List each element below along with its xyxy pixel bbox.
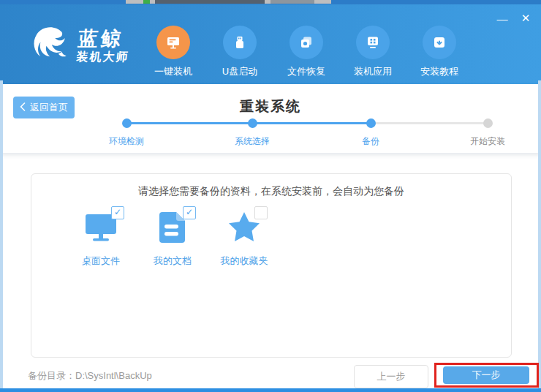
nav-item-usb-boot[interactable]: U盘启动 — [216, 26, 263, 78]
favorites-checkbox[interactable] — [254, 206, 268, 219]
backup-directory: 备份目录：D:\SysIntl\BackUp — [28, 369, 152, 382]
close-button[interactable]: ✕ — [516, 10, 535, 26]
backup-directory-value: D:\SysIntl\BackUp — [75, 370, 152, 381]
usb-icon — [223, 26, 257, 59]
backup-item-label: 我的文档 — [154, 255, 192, 268]
backup-item-favorites[interactable]: 我的收藏夹 — [216, 209, 272, 268]
nav-item-onekey-install[interactable]: 一键装机 — [150, 26, 197, 78]
photos-icon — [290, 26, 323, 59]
background-window-green-fragment — [143, 0, 150, 4]
backup-item-my-documents[interactable]: ✓ 我的文档 — [145, 209, 200, 268]
step-label-env-check: 环境检测 — [109, 135, 144, 148]
brand-subname: 装机大师 — [75, 50, 129, 64]
documents-checkbox[interactable]: ✓ — [183, 206, 196, 219]
main-nav: 一键装机 U盘启动 文件恢复 — [150, 26, 463, 78]
background-window-fragment — [270, 0, 314, 4]
backup-selection-panel: 请选择您需要备份的资料，在系统安装前，会自动为您备份 ✓ 桌面文件 — [31, 173, 512, 358]
background-window-dark-fragment — [155, 0, 265, 4]
window-border-bottom — [0, 388, 541, 392]
backup-item-label: 我的收藏夹 — [221, 255, 268, 268]
backup-instruction-text: 请选择您需要备份的资料，在系统安装前，会自动为您备份 — [31, 185, 511, 198]
window-border-right — [538, 80, 541, 392]
whale-icon — [28, 23, 73, 69]
nav-item-install-apps[interactable]: 装机应用 — [349, 26, 396, 78]
nav-label: 文件恢复 — [287, 65, 325, 78]
nav-label: 一键装机 — [154, 65, 192, 78]
page-subheader: 返回首页 重装系统 环境检测 系统选择 备份 开始安装 — [0, 84, 541, 153]
brand-name: 蓝鲸 — [77, 28, 132, 50]
monitor-icon — [156, 26, 190, 59]
step-dot-system-select — [248, 118, 257, 128]
step-label-backup: 备份 — [362, 135, 379, 148]
nav-item-install-tutorial[interactable]: 安装教程 — [416, 26, 463, 78]
tutorial-icon — [423, 26, 456, 59]
backup-item-desktop-files[interactable]: ✓ 桌面文件 — [73, 209, 129, 268]
backup-directory-label: 备份目录： — [28, 370, 75, 381]
page-title: 重装系统 — [0, 97, 541, 116]
app-logo: 蓝鲸 装机大师 — [28, 23, 130, 69]
annotation-highlight-box: 下一步 — [434, 363, 539, 388]
nav-label: 安装教程 — [420, 65, 458, 78]
brand-text: 蓝鲸 装机大师 — [75, 28, 132, 64]
app-header: 蓝鲸 装机大师 一键装机 — [0, 4, 541, 84]
previous-step-button[interactable]: 上一步 — [354, 365, 428, 388]
step-label-start-install: 开始安装 — [470, 135, 505, 148]
nav-label: U盘启动 — [222, 65, 257, 78]
minimize-button[interactable]: — — [493, 10, 512, 26]
nav-item-file-recovery[interactable]: 文件恢复 — [283, 26, 330, 78]
desktop-checkbox[interactable]: ✓ — [111, 206, 124, 219]
apps-icon — [356, 26, 390, 59]
step-dot-start-install — [483, 118, 493, 128]
window-border-left — [0, 80, 3, 392]
step-label-system-select: 系统选择 — [235, 135, 270, 148]
step-dot-env-check — [122, 118, 132, 128]
backup-items-row: ✓ 桌面文件 ✓ 我的文档 — [73, 209, 272, 268]
nav-label: 装机应用 — [354, 65, 392, 78]
next-step-button[interactable]: 下一步 — [443, 366, 529, 384]
progress-line-remaining — [371, 122, 488, 124]
step-dot-backup — [366, 118, 376, 128]
backup-item-label: 桌面文件 — [82, 255, 120, 268]
